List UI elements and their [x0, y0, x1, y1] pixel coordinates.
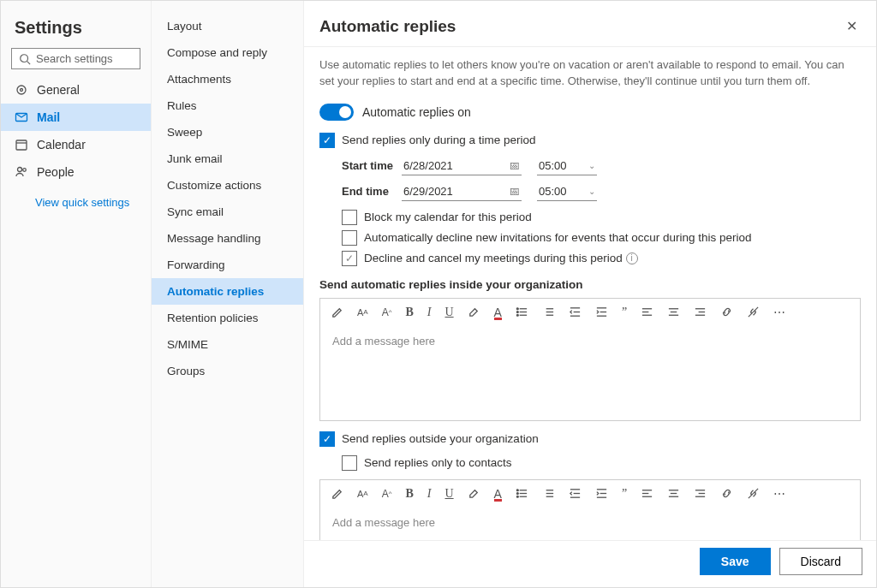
align-left-button[interactable]	[641, 487, 653, 500]
align-right-button[interactable]	[694, 487, 707, 500]
align-center-button[interactable]	[667, 487, 680, 500]
decline-cancel-label: Decline and cancel my meetings during th…	[364, 252, 623, 264]
font-color-button[interactable]: A	[494, 487, 502, 501]
sub-automatic-replies[interactable]: Automatic replies	[152, 278, 303, 305]
outdent-button[interactable]	[569, 487, 582, 500]
svg-point-0	[21, 54, 28, 62]
link-button[interactable]	[720, 306, 733, 318]
inside-editor: AA A^ B I U A ” ⋯	[319, 298, 861, 421]
decline-new-checkbox[interactable]	[342, 230, 357, 246]
nav-people[interactable]: People	[1, 158, 151, 186]
underline-button[interactable]: U	[444, 487, 453, 501]
info-icon[interactable]: i	[626, 252, 638, 264]
help-text: Use automatic replies to let others know…	[319, 57, 861, 90]
sub-layout[interactable]: Layout	[152, 13, 303, 39]
quote-button[interactable]: ”	[622, 487, 627, 501]
svg-point-14	[516, 315, 518, 317]
font-color-button[interactable]: A	[494, 306, 502, 319]
end-time-label: End time	[342, 185, 402, 198]
end-date-value: 6/29/2021	[403, 185, 453, 198]
link-button[interactable]	[720, 487, 733, 500]
brush-icon[interactable]	[331, 306, 343, 318]
decline-cancel-checkbox[interactable]	[342, 251, 357, 266]
outside-label: Send replies outside your organization	[342, 432, 539, 445]
highlight-button[interactable]	[468, 306, 480, 318]
outdent-button[interactable]	[569, 306, 582, 318]
sub-sync[interactable]: Sync email	[152, 199, 303, 225]
fontsize-icon[interactable]: A^	[382, 306, 392, 318]
more-button[interactable]: ⋯	[773, 306, 785, 319]
calendar-icon: 📅︎	[509, 185, 520, 198]
indent-button[interactable]	[595, 487, 608, 500]
start-time-value: 05:00	[539, 159, 567, 172]
automatic-replies-toggle[interactable]	[319, 104, 354, 121]
underline-button[interactable]: U	[444, 306, 453, 319]
end-time-input[interactable]: 05:00 ⌄	[537, 182, 597, 201]
sub-compose[interactable]: Compose and reply	[152, 39, 303, 66]
number-list-button[interactable]	[542, 306, 555, 318]
bullet-list-button[interactable]	[516, 487, 528, 500]
align-right-button[interactable]	[694, 306, 707, 318]
start-date-value: 6/28/2021	[403, 159, 453, 172]
inside-message-area[interactable]: Add a message here	[320, 326, 860, 420]
outside-checkbox[interactable]	[319, 431, 335, 447]
svg-line-1	[27, 61, 31, 64]
start-date-input[interactable]: 6/28/2021 📅︎	[402, 157, 522, 175]
sub-sweep[interactable]: Sweep	[152, 119, 303, 146]
sub-message[interactable]: Message handling	[152, 225, 303, 252]
fontsize-icon[interactable]: A^	[382, 488, 392, 500]
nav-general[interactable]: General	[1, 76, 151, 104]
contacts-only-label: Send replies only to contacts	[364, 456, 512, 469]
sub-retention[interactable]: Retention policies	[152, 305, 303, 331]
view-quick-settings-link[interactable]: View quick settings	[1, 186, 151, 219]
font-icon[interactable]: AA	[357, 489, 368, 499]
nav-label: People	[37, 165, 75, 179]
sub-forwarding[interactable]: Forwarding	[152, 252, 303, 278]
bullet-list-button[interactable]	[516, 306, 528, 318]
close-button[interactable]: ✕	[843, 15, 861, 38]
settings-title: Settings	[1, 13, 151, 48]
chevron-down-icon: ⌄	[588, 161, 595, 170]
sub-attachments[interactable]: Attachments	[152, 66, 303, 92]
align-left-button[interactable]	[641, 306, 653, 318]
block-calendar-checkbox[interactable]	[342, 210, 357, 225]
search-input[interactable]: Search settings	[11, 48, 140, 69]
calendar-icon	[15, 138, 28, 151]
discard-button[interactable]: Discard	[779, 548, 862, 575]
more-button[interactable]: ⋯	[773, 487, 785, 501]
people-icon	[15, 165, 28, 179]
end-date-input[interactable]: 6/29/2021 📅︎	[402, 182, 522, 201]
period-checkbox[interactable]	[319, 133, 335, 148]
contacts-only-checkbox[interactable]	[342, 455, 357, 471]
sub-rules[interactable]: Rules	[152, 92, 303, 119]
sub-smime[interactable]: S/MIME	[152, 331, 303, 358]
italic-button[interactable]: I	[427, 487, 432, 501]
nav-label: Calendar	[37, 138, 86, 151]
save-button[interactable]: Save	[700, 548, 771, 575]
quote-button[interactable]: ”	[622, 306, 627, 319]
nav-calendar[interactable]: Calendar	[1, 131, 151, 158]
brush-icon[interactable]	[331, 487, 343, 500]
bold-button[interactable]: B	[405, 306, 413, 319]
indent-button[interactable]	[595, 306, 608, 318]
sub-junk[interactable]: Junk email	[152, 146, 303, 172]
outside-message-area[interactable]: Add a message here	[320, 508, 860, 540]
align-center-button[interactable]	[667, 306, 680, 318]
highlight-button[interactable]	[468, 487, 480, 500]
italic-button[interactable]: I	[427, 306, 432, 319]
svg-point-39	[516, 496, 518, 498]
number-list-button[interactable]	[542, 487, 555, 500]
unlink-button[interactable]	[747, 306, 760, 318]
start-time-input[interactable]: 05:00 ⌄	[537, 157, 597, 175]
svg-point-38	[516, 493, 518, 495]
sub-groups[interactable]: Groups	[152, 358, 303, 384]
bold-button[interactable]: B	[405, 487, 413, 501]
period-label: Send replies only during a time period	[342, 134, 536, 146]
font-icon[interactable]: AA	[357, 307, 368, 318]
nav-mail[interactable]: Mail	[1, 104, 151, 131]
svg-line-33	[749, 307, 758, 317]
unlink-button[interactable]	[747, 487, 760, 500]
svg-rect-5	[16, 140, 27, 150]
outside-editor: AA A^ B I U A ” ⋯	[319, 479, 861, 540]
sub-customize[interactable]: Customize actions	[152, 172, 303, 199]
